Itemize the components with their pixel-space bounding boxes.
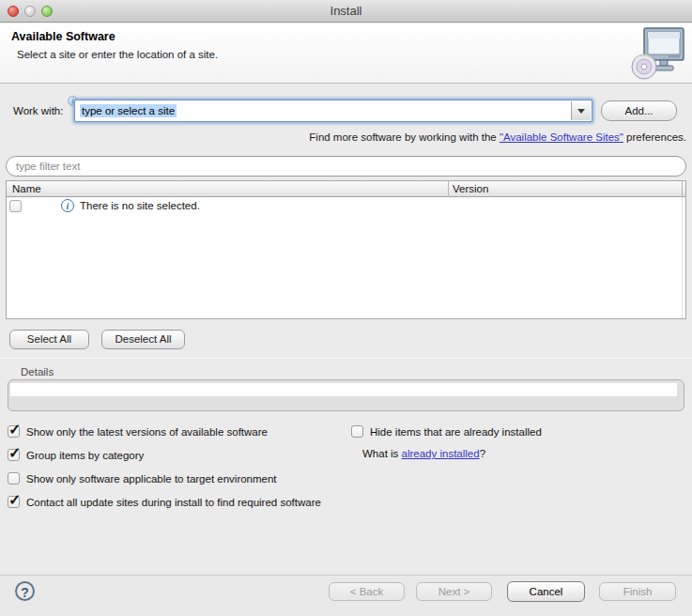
page-subtitle: Select a site or enter the location of a… bbox=[17, 49, 218, 60]
column-divider[interactable] bbox=[448, 181, 449, 197]
window-title: Install bbox=[0, 4, 692, 18]
available-software-sites-link[interactable]: "Available Software Sites" bbox=[500, 131, 623, 143]
column-divider[interactable] bbox=[682, 181, 683, 197]
column-header-version[interactable]: Version bbox=[453, 183, 488, 194]
empty-table-message: There is no site selected. bbox=[80, 200, 200, 211]
site-combo-value: type or select a site bbox=[80, 104, 177, 117]
software-install-icon bbox=[631, 25, 685, 85]
finish-button: Finish bbox=[599, 582, 676, 601]
page-title: Available Software bbox=[11, 30, 115, 43]
find-more-hint: Find more software by working with the "… bbox=[309, 131, 686, 143]
what-suffix: ? bbox=[480, 448, 485, 459]
details-label: Details bbox=[21, 366, 54, 377]
chevron-down-icon bbox=[577, 109, 585, 114]
next-button: Next > bbox=[416, 582, 492, 601]
column-header-name[interactable]: Name bbox=[12, 183, 41, 194]
option-label: Show only the latest versions of availab… bbox=[26, 426, 268, 438]
install-dialog: Install Available Software Select a site… bbox=[0, 0, 692, 616]
table-header[interactable]: Name Version bbox=[7, 181, 685, 197]
titlebar[interactable]: Install bbox=[0, 0, 692, 23]
details-content bbox=[10, 383, 677, 396]
software-table[interactable]: Name Version i There is no site selected… bbox=[6, 180, 686, 319]
site-combo-input[interactable]: type or select a site bbox=[74, 100, 592, 122]
what-prefix: What is bbox=[362, 448, 402, 459]
filter-placeholder: type filter text bbox=[16, 161, 80, 172]
back-button: < Back bbox=[329, 582, 405, 601]
already-installed-link[interactable]: already installed bbox=[402, 448, 480, 459]
help-button[interactable]: ? bbox=[15, 581, 35, 601]
option-label: Show only software applicable to target … bbox=[26, 473, 277, 485]
hint-suffix: preferences. bbox=[623, 131, 686, 143]
deselect-all-button[interactable]: Deselect All bbox=[101, 330, 185, 349]
checkbox[interactable] bbox=[8, 496, 20, 508]
option-label: Contact all update sites during install … bbox=[26, 497, 321, 508]
what-is-installed-line: What is already installed? bbox=[362, 448, 485, 459]
option-label: Hide items that are already installed bbox=[370, 426, 542, 438]
add-site-button[interactable]: Add... bbox=[601, 100, 677, 121]
cancel-button[interactable]: Cancel bbox=[507, 581, 585, 602]
wizard-banner: Available Software Select a site or ente… bbox=[0, 23, 692, 84]
hint-prefix: Find more software by working with the bbox=[309, 131, 500, 143]
table-row[interactable]: i There is no site selected. bbox=[7, 197, 685, 217]
info-circle-icon: i bbox=[61, 199, 74, 212]
details-area bbox=[8, 379, 684, 411]
option-label: Group items by category bbox=[26, 450, 144, 461]
row-checkbox[interactable] bbox=[9, 200, 22, 212]
section-divider bbox=[0, 358, 692, 359]
checkbox[interactable] bbox=[8, 425, 20, 438]
checkbox[interactable] bbox=[8, 449, 20, 461]
filter-input[interactable]: type filter text bbox=[6, 156, 686, 177]
checkbox[interactable] bbox=[351, 425, 363, 438]
combo-dropdown-button[interactable] bbox=[571, 101, 591, 120]
work-with-label: Work with: bbox=[13, 105, 63, 116]
select-all-button[interactable]: Select All bbox=[9, 330, 89, 349]
checkbox[interactable] bbox=[8, 472, 20, 485]
button-bar: ? < Back Next > Cancel Finish bbox=[0, 575, 692, 616]
